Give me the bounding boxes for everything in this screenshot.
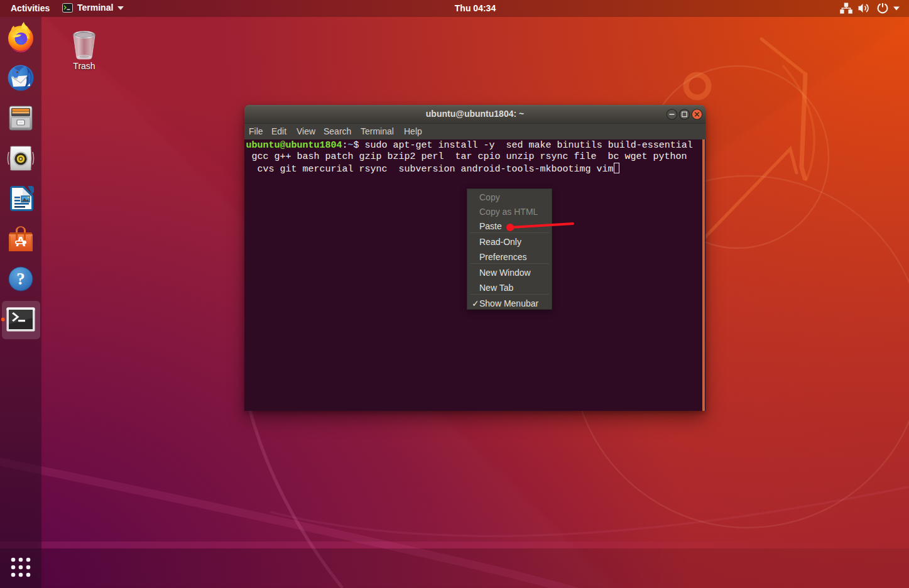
svg-text:?: ? [16, 270, 25, 288]
